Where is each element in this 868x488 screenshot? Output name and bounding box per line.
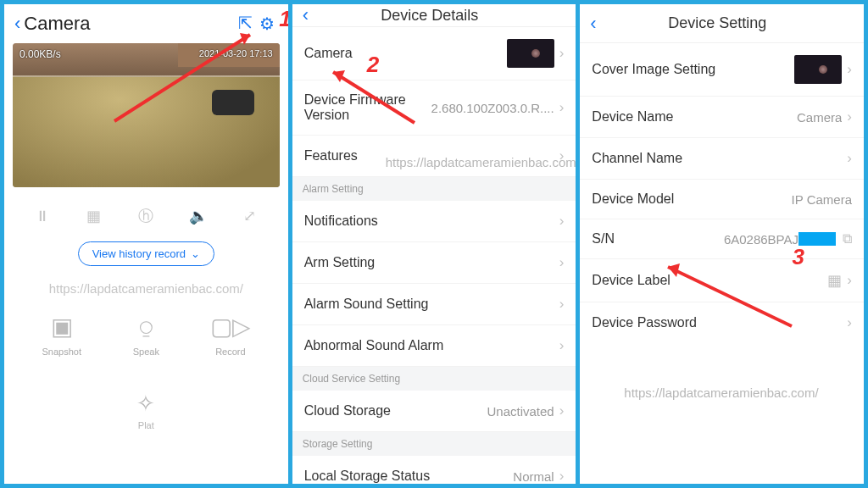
row-sn: S/N 6A0286BPAJ ⧉ [580,219,864,259]
device-model-value: IP Camera [792,192,852,207]
speaker-icon[interactable]: 🔈 [186,204,210,228]
row-label: Cloud Storage [304,403,391,419]
video-icon: ▢▷ [188,311,273,341]
chevron-right-icon: › [559,337,565,354]
ptz-button[interactable]: ✧ Plat [4,391,288,430]
ptz-icon: ✧ [4,391,288,417]
row-channel-name[interactable]: Channel Name › [580,138,864,180]
view-history-button[interactable]: View history record ⌄ [78,241,214,266]
chevron-right-icon: › [559,402,565,419]
row-label: Features [304,148,358,164]
row-cover-image[interactable]: Cover Image Setting › [580,43,864,97]
row-notifications[interactable]: Notifications › [292,201,576,242]
chevron-right-icon: › [847,61,852,78]
row-label: Device Name [592,109,673,125]
row-label: Local Storage Status [304,469,431,484]
snapshot-button[interactable]: ▣ Snapshot [19,311,104,357]
row-label: Abnormal Sound Alarm [304,338,444,353]
back-icon[interactable]: ‹ [303,4,312,26]
chevron-down-icon: ⌄ [191,247,200,260]
share-icon[interactable]: ⇱ [235,13,256,33]
row-label: Device Firmware Version [304,92,431,123]
grid-icon[interactable]: ▦ [82,204,106,228]
watermark: https://lapdatcameramienbac.com/ [624,385,818,400]
row-label: Device Password [592,315,697,330]
sn-redacted [798,232,836,246]
screen-camera-live: ‹ Camera ⇱ ⚙ 0.00KB/s 2021-03-20 17:13 ⏸… [4,4,288,484]
screen-device-details: ‹ Device Details Camera › Device Firmwar… [292,4,576,484]
sn-value: 6A0286BPAJ [724,232,798,247]
row-firmware[interactable]: Device Firmware Version 2.680.100Z003.0.… [292,80,576,136]
row-label: Channel Name [592,151,682,166]
row-device-label[interactable]: Device Label ▦ › [580,259,864,302]
watermark: https://lapdatcameramienbac.com/ [4,281,288,296]
bitrate-label: 0.00KB/s [19,48,61,60]
watermark: https://lapdatcameramienbac.com/ [386,155,576,169]
chevron-right-icon: › [847,150,852,167]
action-row: ▣ Snapshot ⍜ Speak ▢▷ Record [4,304,288,357]
camera-icon: ▣ [19,311,104,341]
row-arm[interactable]: Arm Setting › [292,242,576,284]
chevron-right-icon: › [847,314,852,331]
row-label: Arm Setting [304,255,376,270]
chevron-right-icon: › [559,254,565,271]
back-icon[interactable]: ‹ [590,13,599,35]
local-value: Normal [513,469,554,484]
device-name-value: Camera [797,110,842,125]
firmware-value: 2.680.100Z003.0.R.... [431,101,554,115]
chevron-right-icon: › [847,272,852,289]
chevron-right-icon: › [559,45,565,62]
cloud-value: Unactivated [487,404,554,419]
camera-thumbnail [507,39,554,68]
row-label: Alarm Sound Setting [304,297,429,312]
header: ‹ Camera ⇱ ⚙ [4,4,288,43]
row-local-status[interactable]: Local Storage Status Normal › [292,456,576,484]
hd-icon[interactable]: ⓗ [134,204,158,228]
row-device-name[interactable]: Device Name Camera › [580,97,864,138]
mic-icon: ⍜ [104,311,189,341]
speak-button[interactable]: ⍜ Speak [104,311,189,357]
row-label: Notifications [304,214,378,229]
row-label: Cover Image Setting [592,62,715,77]
row-label: S/N [592,231,615,247]
row-alarm-sound[interactable]: Alarm Sound Setting › [292,284,576,325]
chevron-right-icon: › [559,213,565,230]
player-controls: ⏸ ▦ ⓗ 🔈 ⤢ [4,196,288,236]
row-label: Camera [304,46,353,61]
screen-title: Device Setting [600,14,835,32]
row-camera[interactable]: Camera › [292,27,576,80]
row-label: Device Model [592,191,674,207]
header: ‹ Device Details [292,4,576,27]
copy-icon[interactable]: ⧉ [843,231,852,247]
header: ‹ Device Setting [580,4,864,43]
row-device-password[interactable]: Device Password › [580,302,864,343]
cover-thumbnail [794,55,842,84]
screen-title: Device Details [312,7,547,25]
section-storage: Storage Setting [292,432,576,456]
row-cloud-storage[interactable]: Cloud Storage Unactivated › [292,391,576,432]
row-label: Device Label [592,273,670,288]
row-abnormal[interactable]: Abnormal Sound Alarm › [292,325,576,367]
qr-icon: ▦ [827,271,842,290]
section-alarm: Alarm Setting [292,177,576,201]
section-cloud: Cloud Service Setting [292,367,576,391]
history-label: View history record [92,247,186,260]
row-device-model: Device Model IP Camera [580,180,864,219]
chevron-right-icon: › [559,468,565,484]
pause-icon[interactable]: ⏸ [31,204,54,228]
fullscreen-icon[interactable]: ⤢ [238,204,262,228]
screen-device-setting: ‹ Device Setting Cover Image Setting › D… [580,4,864,484]
chevron-right-icon: › [847,108,852,125]
chevron-right-icon: › [559,296,565,313]
screen-title: Camera [24,13,234,35]
back-icon[interactable]: ‹ [14,13,24,35]
live-preview[interactable]: 0.00KB/s 2021-03-20 17:13 [13,43,280,187]
record-button[interactable]: ▢▷ Record [188,311,273,357]
timestamp-label: 2021-03-20 17:13 [199,48,273,58]
gear-icon[interactable]: ⚙ [256,14,278,34]
chevron-right-icon: › [559,99,565,116]
